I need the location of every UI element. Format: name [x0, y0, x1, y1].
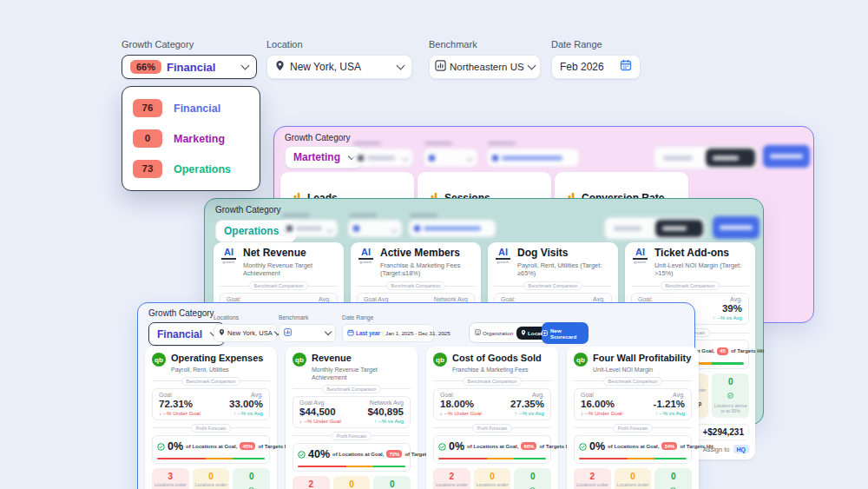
goal-value: 16.00%	[581, 399, 622, 409]
goal-label: Goal	[159, 392, 201, 398]
under-90-box: 2 Locations under 90% -$-- Gap	[433, 468, 470, 489]
calendar-icon	[347, 329, 354, 338]
date-range-label: Date Range	[551, 39, 641, 50]
chevron-down-icon	[283, 226, 290, 233]
goal-progress-line	[579, 458, 687, 460]
growth-category-select[interactable]: 66% Financial	[122, 55, 257, 79]
targets-hit-text: of Targets Hit	[680, 444, 713, 449]
dropdown-item-label: Marketing	[174, 133, 225, 145]
metric-card-subtitle: Monthly Revenue Target Achievement	[312, 366, 411, 381]
goal-avg-stats: Goal 72.31% ↓ --% Under Goal Avg. 33.00%…	[152, 388, 270, 420]
growth-category-dropdown: 76 Financial 0 Marketing 73 Operations	[122, 86, 260, 191]
benchmark-comparison-label: Benchmark Comparison	[523, 281, 583, 290]
under-goal-text: ↓ --% Under Goal	[581, 410, 622, 416]
profit-forecast-box: 0% of Locations at Goal, 34% of Targets …	[574, 435, 692, 465]
benchmark-filter: Benchmark Northeastern US	[429, 39, 541, 79]
under-goal-text: ↓ --% Under Goal	[299, 418, 341, 424]
goal-value: 18.00%	[440, 399, 482, 409]
bucket-label: Locations under 90%	[575, 482, 609, 489]
benchmark-select[interactable]: Northeastern US	[429, 55, 541, 79]
check-circle-icon	[713, 387, 747, 402]
targets-hit-badge: 45%	[240, 442, 255, 450]
metric-card-subtitle: Unit-Level NOI Margin (Target: >15%)	[654, 261, 749, 278]
profit-forecast-label: Profit Forecast	[613, 424, 653, 433]
locations-at-goal-pct: 0%	[589, 440, 605, 453]
new-scorecard-button[interactable]: New Scorecard	[542, 322, 589, 344]
bucket-count: 0	[335, 479, 369, 489]
metric-card[interactable]: qb Operating Expenses Payroll, Rent, Uti…	[145, 347, 277, 489]
metric-card-subtitle: Franchise & Marketing Fees (Target:≤18%)	[380, 261, 475, 278]
check-circle-icon	[579, 439, 587, 454]
bucket-label: Locations under 95%	[476, 482, 510, 489]
location-buckets: 2 Locations under 90% -$-- Gap 0 Locatio…	[433, 468, 551, 489]
bucket-count: 0	[234, 472, 268, 481]
ai-growth-logo-icon: AIgrowth	[631, 248, 649, 264]
goal-label: Goal Avg	[299, 400, 341, 406]
check-circle-icon	[157, 439, 165, 454]
above-95-box: 0 Locations above or at 95%	[233, 468, 270, 489]
goal-progress-line	[438, 458, 546, 460]
financial-scorecard-panel: Growth Category Financial Locations New …	[137, 302, 695, 489]
locations-at-goal-text: of Locations at Goal,	[186, 444, 237, 449]
location-select[interactable]: New York, USA	[266, 55, 412, 79]
metric-card-title: Operating Expenses	[171, 353, 263, 364]
bucket-count: 0	[516, 472, 549, 481]
metric-card[interactable]: qb Cost of Goods Sold Franchise & Market…	[426, 347, 558, 489]
goal-label: Goal:	[638, 296, 680, 302]
bucket-label: Locations under 90%	[154, 482, 187, 489]
date-range-value: Jan 1, 2025 - Dec 31, 2025	[385, 330, 450, 336]
benchmark-chart-icon	[284, 328, 292, 338]
date-range-value: Feb 2026	[560, 61, 604, 73]
targets-hit-badge: 34%	[661, 442, 677, 450]
benchmark-label: Benchmark	[429, 39, 541, 50]
under-goal-text: ↓ --% Under Goal	[159, 410, 201, 416]
bucket-label: Locations under 95%	[616, 482, 650, 489]
metric-card-subtitle: Payroll, Rent, Utilities (Target: ≥65%)	[517, 261, 612, 278]
new-scorecard-label: New Scorecard	[550, 327, 589, 340]
location-buckets: 3 Locations under 90% -$-- Gap 0 Locatio…	[152, 468, 270, 489]
benchmark-select[interactable]	[279, 324, 336, 342]
metric-card-subtitle: Unit-Level NOI Margin	[593, 366, 691, 373]
selected-category: Operations	[224, 225, 279, 237]
bucket-label: Locations under 90%	[435, 482, 469, 489]
ai-growth-logo-icon: AIgrowth	[220, 248, 238, 264]
goal-value: 72.31%	[159, 399, 201, 409]
bucket-count: 0	[375, 479, 409, 489]
targets-hit-badge: 45	[717, 347, 728, 355]
check-circle-icon	[438, 439, 446, 454]
bucket-count: 0	[476, 472, 510, 481]
location-pin-icon	[275, 59, 285, 75]
score-badge: 76	[133, 99, 162, 117]
toggle-organization[interactable]: Organization	[471, 329, 516, 336]
metric-card[interactable]: qb Revenue Monthly Revenue Target Achiev…	[286, 347, 418, 489]
dropdown-item-operations[interactable]: 73 Operations	[122, 154, 260, 184]
growth-category-select[interactable]: Operations	[215, 220, 297, 242]
date-range-select[interactable]: Last year | Jan 1, 2025 - Dec 31, 2025	[342, 324, 434, 342]
vs-avg-text: ↑ --% vs Avg	[233, 410, 263, 416]
selected-category: Marteting	[293, 151, 340, 163]
above-95-box: 0 Locations above or at 95%	[654, 468, 692, 489]
metric-card[interactable]: qb Four Wall Profitability Unit-Level NO…	[567, 347, 699, 489]
metric-card-title: Four Wall Profitability	[593, 353, 691, 364]
dropdown-item-financial[interactable]: 76 Financial	[122, 93, 260, 123]
goal-label: Goal	[440, 392, 482, 398]
locations-at-goal-pct: 40%	[308, 448, 330, 460]
bucket-label: Locations above or at 95%	[713, 403, 747, 415]
growth-category-label: Growth Category	[148, 308, 214, 318]
dropdown-item-marketing[interactable]: 0 Marketing	[122, 123, 260, 154]
location-pin-icon	[219, 328, 225, 338]
avg-value: -1.21%	[654, 399, 685, 409]
bucket-label: Locations under 95%	[194, 482, 228, 489]
above-95-box: 0 Locations above or at 95%	[514, 468, 551, 489]
under-95-box: 0 Locations under 95% -$-- Gap	[333, 476, 371, 489]
growth-category-select[interactable]: Marteting	[285, 146, 363, 169]
plus-icon	[542, 330, 548, 337]
locations-at-goal-pct: 0%	[168, 440, 183, 453]
date-range-select[interactable]: Feb 2026	[551, 55, 641, 79]
growth-category-label: Growth Category	[285, 133, 351, 142]
locations-select[interactable]: New York, USA	[214, 324, 277, 342]
locations-at-goal-text: of Locations at Goal,	[608, 444, 659, 449]
profit-forecast-box: 0% of Locations at Goal, 45% of Targets …	[152, 435, 270, 465]
chevron-down-icon	[528, 62, 536, 70]
growth-category-label: Growth Category	[215, 205, 281, 215]
